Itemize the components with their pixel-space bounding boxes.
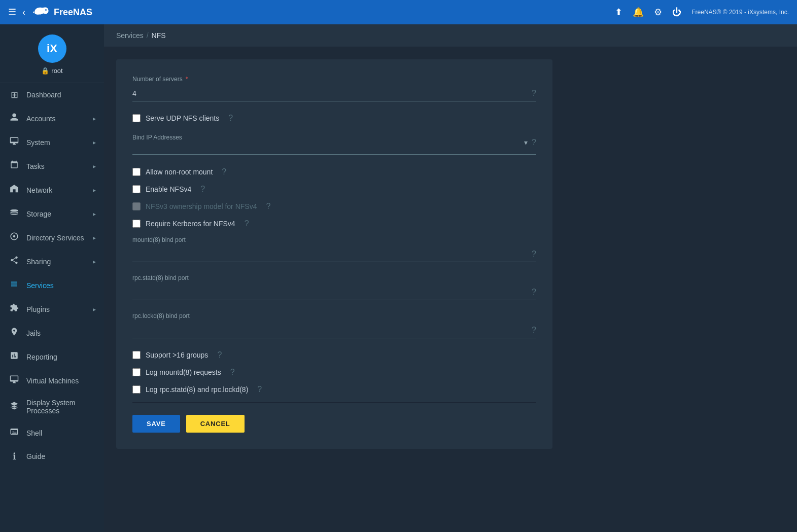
num-servers-input[interactable]	[132, 89, 528, 97]
copyright-text: FreeNAS® © 2019 - iXsystems, Inc.	[691, 9, 789, 16]
form-buttons: SAVE CANCEL	[132, 415, 536, 433]
sidebar-item-display-system-processes[interactable]: Display System Processes	[0, 393, 104, 421]
mountd-bind-port-input[interactable]	[132, 250, 528, 258]
svg-point-1	[13, 235, 16, 238]
sidebar-item-label: Virtual Machines	[26, 377, 79, 385]
chevron-right-icon: ▸	[93, 306, 96, 313]
sidebar-item-system[interactable]: System ▸	[0, 130, 104, 154]
sidebar-item-guide[interactable]: ℹ Guide	[0, 445, 104, 468]
mountd-bind-port-help-icon[interactable]: ?	[532, 250, 536, 259]
chevron-right-icon: ▸	[93, 115, 96, 122]
gear-icon[interactable]: ⚙	[654, 7, 662, 18]
breadcrumb: Services / NFS	[104, 24, 797, 47]
sidebar-item-dashboard[interactable]: ⊞ Dashboard	[0, 83, 104, 107]
require-kerberos-checkbox[interactable]	[132, 220, 141, 228]
sidebar-item-storage[interactable]: Storage ▸	[0, 202, 104, 226]
sidebar-item-shell[interactable]: Shell	[0, 421, 104, 445]
num-servers-label: Number of servers *	[132, 76, 536, 83]
sidebar-item-reporting[interactable]: Reporting	[0, 345, 104, 369]
cancel-button[interactable]: CANCEL	[186, 415, 245, 433]
bind-ip-select[interactable]	[132, 143, 524, 151]
sidebar-item-label: Sharing	[26, 258, 51, 266]
sharing-icon	[8, 256, 20, 267]
avatar: iX	[38, 34, 66, 63]
enable-nfsv4-row: Enable NFSv4 ?	[132, 185, 536, 194]
bell-icon[interactable]: 🔔	[633, 7, 644, 18]
log-rpc-checkbox[interactable]	[132, 385, 141, 394]
rpc-statd-help-icon[interactable]: ?	[532, 288, 536, 297]
rpc-statd-bind-port-input-row: ?	[132, 285, 536, 300]
back-icon[interactable]: ‹	[22, 7, 25, 18]
allow-non-root-row: Allow non-root mount ?	[132, 167, 536, 176]
sidebar-item-virtual-machines[interactable]: Virtual Machines	[0, 369, 104, 393]
tasks-icon	[8, 160, 20, 172]
rpc-statd-bind-port-input[interactable]	[132, 288, 528, 296]
profile-name: 🔒 root	[41, 67, 62, 75]
required-indicator: *	[186, 76, 188, 83]
chevron-right-icon: ▸	[93, 187, 96, 194]
enable-nfsv4-checkbox[interactable]	[132, 185, 141, 193]
storage-icon	[8, 208, 20, 220]
breadcrumb-current: NFS	[152, 31, 166, 40]
sidebar-item-directory-services[interactable]: Directory Services ▸	[0, 226, 104, 250]
support-16-groups-checkbox[interactable]	[132, 351, 141, 359]
require-kerberos-label: Require Kerberos for NFSv4	[146, 220, 235, 228]
sidebar-item-tasks[interactable]: Tasks ▸	[0, 154, 104, 178]
network-icon	[8, 184, 20, 196]
sidebar-item-label: Services	[26, 281, 54, 290]
log-mountd-help-icon[interactable]: ?	[230, 368, 235, 377]
save-button[interactable]: SAVE	[132, 415, 180, 433]
rpc-lockd-bind-port-field: rpc.lockd(8) bind port ?	[132, 312, 536, 338]
dashboard-icon: ⊞	[8, 89, 20, 100]
allow-non-root-help-icon[interactable]: ?	[222, 167, 226, 176]
bind-ip-help-icon[interactable]: ?	[532, 138, 536, 147]
serve-udp-checkbox[interactable]	[132, 114, 141, 122]
sidebar-item-plugins[interactable]: Plugins ▸	[0, 297, 104, 321]
sidebar-item-services[interactable]: Services	[0, 273, 104, 297]
form-divider	[132, 402, 536, 403]
num-servers-help-icon[interactable]: ?	[532, 89, 536, 98]
log-rpc-help-icon[interactable]: ?	[257, 385, 262, 394]
serve-udp-label: Serve UDP NFS clients	[146, 114, 219, 122]
power-icon[interactable]: ⏻	[672, 7, 681, 18]
num-servers-field: Number of servers * ?	[132, 76, 536, 101]
sidebar-item-label: Display System Processes	[26, 399, 96, 415]
serve-udp-help-icon[interactable]: ?	[228, 114, 233, 123]
log-rpc-row: Log rpc.statd(8) and rpc.lockd(8) ?	[132, 385, 536, 394]
breadcrumb-parent[interactable]: Services	[116, 31, 144, 40]
allow-non-root-checkbox[interactable]	[132, 168, 141, 176]
rpc-lockd-bind-port-input[interactable]	[132, 326, 528, 334]
shell-icon	[8, 427, 20, 439]
sidebar-item-label: System	[26, 138, 50, 147]
nfs-settings-form: Number of servers * ? Serve UDP NFS clie…	[116, 59, 552, 449]
bind-ip-dropdown-row: Bind IP Addresses ▾ ?	[132, 131, 536, 155]
sidebar-item-label: Dashboard	[26, 91, 61, 99]
rpc-lockd-bind-port-label: rpc.lockd(8) bind port	[132, 312, 536, 320]
sidebar-item-label: Accounts	[26, 115, 56, 123]
plugins-icon	[8, 303, 20, 315]
upload-icon[interactable]: ⬆	[615, 7, 622, 18]
sidebar-item-label: Guide	[26, 452, 45, 460]
sidebar: iX 🔒 root ⊞ Dashboard Accounts ▸ System …	[0, 24, 104, 532]
bind-ip-dropdown-arrow: ▾	[524, 138, 528, 147]
sidebar-item-accounts[interactable]: Accounts ▸	[0, 107, 104, 130]
bind-ip-field: Bind IP Addresses ▾ ?	[132, 131, 536, 155]
log-mountd-checkbox[interactable]	[132, 368, 141, 376]
sidebar-item-network[interactable]: Network ▸	[0, 178, 104, 202]
freenas-logo-icon	[31, 5, 50, 19]
rpc-statd-bind-port-label: rpc.statd(8) bind port	[132, 274, 536, 281]
rpc-lockd-help-icon[interactable]: ?	[532, 326, 536, 335]
nfsv3-ownership-checkbox[interactable]	[132, 202, 141, 210]
bind-ip-label: Bind IP Addresses	[132, 134, 524, 141]
sidebar-item-sharing[interactable]: Sharing ▸	[0, 250, 104, 273]
enable-nfsv4-help-icon[interactable]: ?	[200, 185, 205, 194]
support-16-groups-help-icon[interactable]: ?	[217, 350, 222, 360]
sidebar-item-jails[interactable]: Jails	[0, 321, 104, 345]
sidebar-item-label: Plugins	[26, 305, 50, 313]
hamburger-icon[interactable]: ☰	[8, 7, 16, 18]
mountd-bind-port-label: mountd(8) bind port	[132, 236, 536, 243]
sidebar-item-label: Jails	[26, 329, 41, 337]
require-kerberos-help-icon[interactable]: ?	[245, 219, 249, 228]
nfsv3-ownership-help-icon[interactable]: ?	[266, 202, 270, 211]
accounts-icon	[8, 113, 20, 124]
